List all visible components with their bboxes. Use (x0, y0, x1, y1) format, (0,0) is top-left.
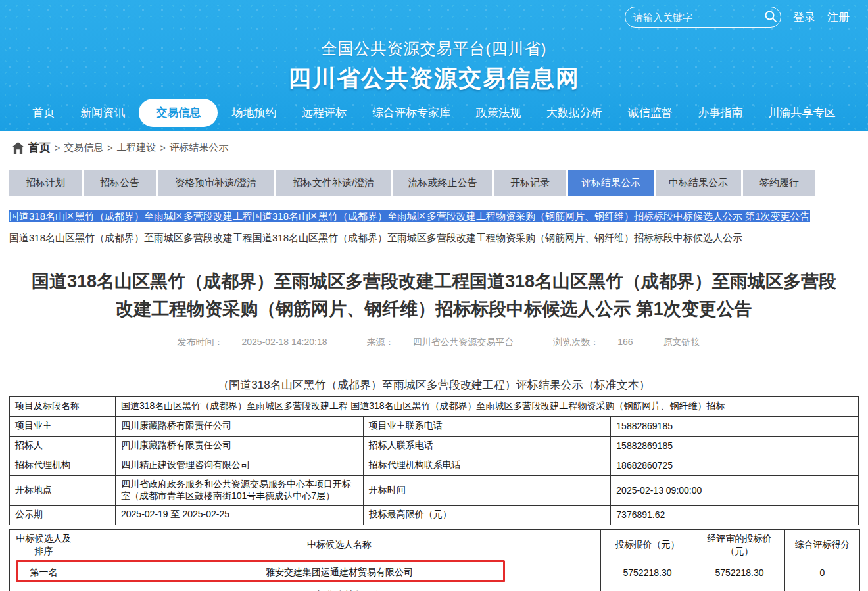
tab-bar: 招标计划 招标公告 资格预审补遗/澄清 招标文件补遗/澄清 流标或终止公告 开标… (0, 164, 868, 196)
publish-time: 发布时间：2025-02-18 14:20:18 (168, 337, 336, 347)
score-cell: 0 (785, 561, 860, 584)
tab-failed-terminated[interactable]: 流标或终止公告 (393, 170, 492, 196)
table-row: 招标代理机构 四川精正建设管理咨询有限公司 招标代理机构联系电话 1868286… (10, 456, 859, 475)
breadcrumb-home[interactable]: 首页 (28, 140, 51, 155)
info-label: 项目及标段名称 (10, 396, 116, 416)
candidate-name-cell: 天全县凯华建材有限公司 (78, 584, 601, 591)
info-label: 公示期 (10, 505, 116, 525)
home-icon (12, 142, 24, 154)
breadcrumb-evaluation-result[interactable]: 评标结果公示 (170, 141, 229, 154)
info-value: 15882869185 (611, 436, 859, 456)
info-label: 投标最高限价（元） (363, 505, 611, 525)
nav-item-guide[interactable]: 办事指南 (687, 99, 755, 126)
page-title: 国道318名山区黑竹（成都界）至雨城区多营段改建工程国道318名山区黑竹（成都界… (26, 268, 842, 323)
nav-item-integrity[interactable]: 诚信监督 (616, 99, 685, 126)
table-row: 项目及标段名称 国道318名山区黑竹（成都界）至雨城区多营段改建工程 国道318… (10, 396, 859, 416)
bid-price-cell: 5752218.30 (601, 561, 694, 584)
candidates-table: 中标候选人及排序 中标候选人名称 投标报价（元） 经评审的投标价（元） 综合评标… (9, 529, 860, 591)
table-row: 公示期 2025-02-19 至 2025-02-25 投标最高限价（元） 73… (10, 505, 859, 525)
info-label: 招标人联系电话 (363, 436, 611, 456)
platform-title: 全国公共资源交易平台(四川省) (0, 38, 868, 59)
tab-bid-opening-record[interactable]: 开标记录 (494, 170, 566, 196)
info-value: 15882869185 (611, 416, 859, 436)
bid-price-cell: 6334814.34 (601, 584, 694, 591)
announcement-item[interactable]: 国道318名山区黑竹（成都界）至雨城区多营段改建工程国道318名山区黑竹（成都界… (9, 231, 859, 245)
nav-item-home[interactable]: 首页 (20, 99, 66, 126)
rank-cell: 第二名 (10, 584, 78, 591)
info-label: 招标代理机构 (10, 456, 116, 475)
search-box[interactable] (625, 7, 781, 28)
table-row-first-candidate: 第一名 雅安交建集团运通建材贸易有限公司 5752218.30 5752218.… (10, 561, 860, 584)
score-cell: 0 (785, 584, 860, 591)
tab-bidding-announcement[interactable]: 招标公告 (84, 170, 156, 196)
breadcrumb-separator: > (55, 143, 60, 153)
info-value: 四川精正建设管理咨询有限公司 (116, 456, 364, 475)
nav-item-expert-database[interactable]: 综合评标专家库 (360, 99, 462, 126)
announcement-item-selected[interactable]: 国道318名山区黑竹（成都界）至雨城区多营段改建工程国道318名山区黑竹（成都界… (9, 209, 859, 223)
project-info-table: 项目及标段名称 国道318名山区黑竹（成都界）至雨城区多营段改建工程 国道318… (9, 396, 859, 525)
tab-prequalification[interactable]: 资格预审补遗/澄清 (158, 170, 274, 196)
nav-item-remote-evaluation[interactable]: 远程评标 (290, 99, 358, 126)
announcement-list: 国道318名山区黑竹（成都界）至雨城区多营段改建工程国道318名山区黑竹（成都界… (0, 196, 868, 245)
nav-item-policies[interactable]: 政策法规 (464, 99, 533, 126)
tab-contract-performance[interactable]: 签约履行 (743, 170, 815, 196)
nav-item-big-data[interactable]: 大数据分析 (535, 99, 614, 126)
table-row: 开标地点 四川省政府政务服务和公共资源交易服务中心本项目开标室（成都市青羊区鼓楼… (10, 475, 859, 505)
tab-bidding-plan[interactable]: 招标计划 (9, 170, 82, 196)
nav-item-venue-booking[interactable]: 场地预约 (220, 99, 288, 126)
info-value: 2025-02-19 至 2025-02-25 (116, 505, 364, 525)
candidates-table-wrap: 中标候选人及排序 中标候选人名称 投标报价（元） 经评审的投标价（元） 综合评标… (0, 529, 868, 591)
search-icon (764, 10, 777, 25)
breadcrumb-trade-info[interactable]: 交易信息 (64, 141, 103, 154)
table-row-second-candidate: 第二名 天全县凯华建材有限公司 6334814.34 6334814.34 0 (10, 584, 860, 591)
header-top-right: 登录 注册 (625, 7, 850, 28)
info-label: 开标地点 (10, 475, 116, 505)
info-label: 招标人 (10, 436, 116, 456)
table-row: 招标人 四川康藏路桥有限责任公司 招标人联系电话 15882869185 (10, 436, 859, 456)
site-header: 登录 注册 全国公共资源交易平台(四川省) 四川省公共资源交易信息网 首页 新闻… (0, 0, 868, 131)
info-value: 2025-02-13 09:00:00 (611, 475, 859, 505)
info-value: 四川康藏路桥有限责任公司 (116, 436, 364, 456)
rank-cell: 第一名 (10, 561, 78, 584)
candidate-name-cell: 雅安交建集团运通建材贸易有限公司 (78, 561, 601, 584)
table-row: 项目业主 四川康藏路桥有限责任公司 项目业主联系电话 15882869185 (10, 416, 859, 436)
column-header: 中标候选人名称 (78, 529, 601, 561)
source: 来源：四川省公共资源交易平台 (357, 337, 523, 347)
tab-evaluation-result[interactable]: 评标结果公示 (568, 170, 654, 196)
info-label: 开标时间 (363, 475, 611, 505)
article-meta: 发布时间：2025-02-18 14:20:18 来源：四川省公共资源交易平台 … (0, 337, 868, 348)
original-link[interactable]: 原文链接 (663, 337, 700, 347)
search-button[interactable] (764, 10, 777, 25)
column-header: 投标报价（元） (601, 529, 694, 561)
column-header: 经评审的投标价（元） (694, 529, 785, 561)
breadcrumb-separator: > (107, 143, 112, 153)
login-link[interactable]: 登录 (793, 10, 815, 25)
main-nav: 首页 新闻资讯 交易信息 场地预约 远程评标 综合评标专家库 政策法规 大数据分… (0, 97, 868, 128)
breadcrumb-engineering[interactable]: 工程建设 (116, 141, 156, 154)
breadcrumb: 首页 > 交易信息 > 工程建设 > 评标结果公示 (0, 131, 868, 164)
nav-item-trade-info[interactable]: 交易信息 (139, 99, 218, 127)
nav-item-chuanyu-zone[interactable]: 川渝共享专区 (757, 99, 848, 126)
breadcrumb-separator: > (160, 143, 165, 153)
table-header-row: 中标候选人及排序 中标候选人名称 投标报价（元） 经评审的投标价（元） 综合评标… (10, 529, 860, 561)
tab-award-result[interactable]: 中标结果公示 (656, 170, 741, 196)
nav-item-news[interactable]: 新闻资讯 (68, 99, 137, 126)
register-link[interactable]: 注册 (827, 10, 850, 25)
reviewed-price-cell: 6334814.34 (694, 584, 785, 591)
tab-document-addendum[interactable]: 招标文件补遗/澄清 (276, 170, 391, 196)
reviewed-price-cell: 5752218.30 (694, 561, 785, 584)
site-title: 四川省公共资源交易信息网 (0, 63, 868, 94)
info-value: 四川康藏路桥有限责任公司 (116, 416, 364, 436)
view-count: 浏览次数：166 (544, 337, 642, 347)
info-value: 国道318名山区黑竹（成都界）至雨城区多营段改建工程 国道318名山区黑竹（成都… (116, 396, 859, 416)
column-header: 综合评标得分 (785, 529, 860, 561)
table-caption: （国道318名山区黑竹（成都界）至雨城区多营段改建工程）评标结果公示（标准文本） (0, 377, 868, 392)
search-input[interactable] (633, 12, 764, 23)
info-value: 7376891.62 (611, 505, 859, 525)
column-header: 中标候选人及排序 (10, 529, 78, 561)
info-label: 项目业主联系电话 (363, 416, 611, 436)
info-label: 招标代理机构联系电话 (363, 456, 611, 475)
info-value: 18682860725 (611, 456, 859, 475)
info-value: 四川省政府政务服务和公共资源交易服务中心本项目开标室（成都市青羊区鼓楼南街101… (116, 475, 364, 505)
info-label: 项目业主 (10, 416, 116, 436)
